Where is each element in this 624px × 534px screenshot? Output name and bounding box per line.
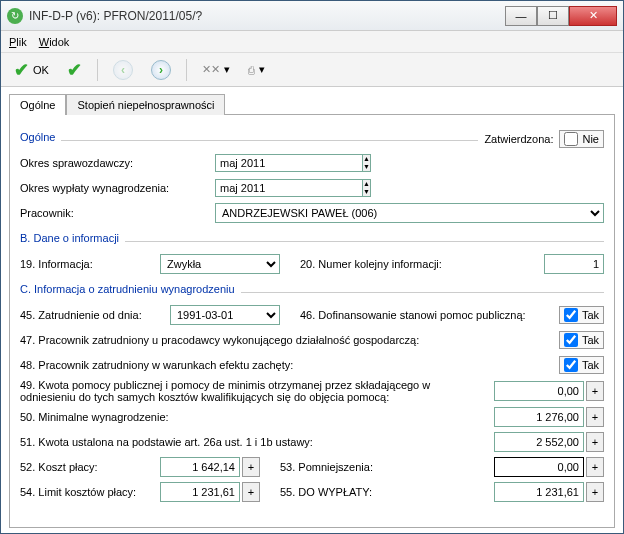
f54-input[interactable] <box>160 482 240 502</box>
printer-icon: ⎙ <box>248 64 255 76</box>
tab-disability[interactable]: Stopień niepełnosprawności <box>66 94 225 115</box>
f46-box: Tak <box>559 306 604 324</box>
f48-box: Tak <box>559 356 604 374</box>
f20-input[interactable] <box>544 254 604 274</box>
close-button[interactable]: ✕ <box>569 6 617 26</box>
f53-input[interactable] <box>494 457 584 477</box>
app-icon: ↻ <box>7 8 23 24</box>
f55-input[interactable] <box>494 482 584 502</box>
pay-period-spinner[interactable]: ▲▼ <box>215 179 335 197</box>
employee-label: Pracownik: <box>20 207 215 219</box>
f51-input[interactable] <box>494 432 584 452</box>
tab-strip: Ogólne Stopień niepełnosprawności <box>9 93 615 114</box>
approved-box: Nie <box>559 130 604 148</box>
f19-label: 19. Informacja: <box>20 258 160 270</box>
titlebar: ↻ INF-D-P (v6): PFRON/2011/05/? — ☐ ✕ <box>1 1 623 31</box>
app-window: ↻ INF-D-P (v6): PFRON/2011/05/? — ☐ ✕ Pl… <box>0 0 624 534</box>
spin-up[interactable]: ▲ <box>363 180 370 188</box>
f51-plus[interactable]: + <box>586 432 604 452</box>
pay-period-label: Okres wypłaty wynagrodzenia: <box>20 182 215 194</box>
arrow-left-icon: ‹ <box>113 60 133 80</box>
f20-label: 20. Numer kolejny informacji: <box>300 258 480 270</box>
f52-label: 52. Koszt płacy: <box>20 461 160 473</box>
spin-down[interactable]: ▼ <box>363 188 370 196</box>
f46-checkbox[interactable] <box>564 308 578 322</box>
menu-file[interactable]: Plik <box>9 36 27 48</box>
forward-button[interactable]: › <box>144 57 178 83</box>
approved-value: Nie <box>582 133 599 145</box>
f49-plus[interactable]: + <box>586 381 604 401</box>
f47-box: Tak <box>559 331 604 349</box>
f48-checkbox[interactable] <box>564 358 578 372</box>
approved-label: Zatwierdzona: <box>484 133 553 145</box>
f45-date[interactable]: 1991-03-01 <box>170 305 280 325</box>
f55-plus[interactable]: + <box>586 482 604 502</box>
minimize-button[interactable]: — <box>505 6 537 26</box>
f50-plus[interactable]: + <box>586 407 604 427</box>
arrow-right-icon: › <box>151 60 171 80</box>
check-icon: ✔ <box>67 59 82 81</box>
tab-general[interactable]: Ogólne <box>9 94 66 115</box>
f49-label: 49. Kwota pomocy publicznej i pomocy de … <box>20 379 450 403</box>
f54-plus[interactable]: + <box>242 482 260 502</box>
f51-label: 51. Kwota ustalona na podstawie art. 26a… <box>20 436 313 448</box>
f49-input[interactable] <box>494 381 584 401</box>
f53-plus[interactable]: + <box>586 457 604 477</box>
print-button[interactable]: ⎙▾ <box>241 57 272 83</box>
apply-button[interactable]: ✔ <box>60 57 89 83</box>
f54-label: 54. Limit kosztów płacy: <box>20 486 160 498</box>
check-icon: ✔ <box>14 59 29 81</box>
section-b-title: B. Dane o informacji <box>20 232 119 244</box>
f50-label: 50. Minimalne wynagrodzenie: <box>20 411 169 423</box>
f52-plus[interactable]: + <box>242 457 260 477</box>
pay-period-input[interactable] <box>215 179 362 197</box>
period-input[interactable] <box>215 154 362 172</box>
period-spinner[interactable]: ▲▼ <box>215 154 335 172</box>
f45-label: 45. Zatrudnienie od dnia: <box>20 309 170 321</box>
f19-select[interactable]: Zwykła <box>160 254 280 274</box>
section-a-title: Ogólne <box>20 131 55 143</box>
menu-view[interactable]: Widok <box>39 36 70 48</box>
f48-label: 48. Pracownik zatrudniony w warunkach ef… <box>20 359 293 371</box>
spin-down[interactable]: ▼ <box>363 163 370 171</box>
tab-panel: Ogólne Zatwierdzona: Nie Okres sprawozda… <box>9 114 615 528</box>
window-title: INF-D-P (v6): PFRON/2011/05/? <box>29 9 505 23</box>
approved-checkbox[interactable] <box>564 132 578 146</box>
spin-up[interactable]: ▲ <box>363 155 370 163</box>
maximize-button[interactable]: ☐ <box>537 6 569 26</box>
back-button[interactable]: ‹ <box>106 57 140 83</box>
f47-label: 47. Pracownik zatrudniony u pracodawcy w… <box>20 334 419 346</box>
f50-input[interactable] <box>494 407 584 427</box>
tools-button[interactable]: ✕✕▾ <box>195 57 237 83</box>
f46-label: 46. Dofinansowanie stanowi pomoc publicz… <box>300 309 526 321</box>
tools-icon: ✕✕ <box>202 63 220 76</box>
period-label: Okres sprawozdawczy: <box>20 157 215 169</box>
f55-label: 55. DO WYPŁATY: <box>280 486 410 498</box>
section-c-title: C. Informacja o zatrudnieniu wynagrodzen… <box>20 283 235 295</box>
toolbar: ✔OK ✔ ‹ › ✕✕▾ ⎙▾ <box>1 53 623 87</box>
ok-button[interactable]: ✔OK <box>7 57 56 83</box>
f52-input[interactable] <box>160 457 240 477</box>
f47-checkbox[interactable] <box>564 333 578 347</box>
menubar: Plik Widok <box>1 31 623 53</box>
employee-select[interactable]: ANDRZEJEWSKI PAWEŁ (006) <box>215 203 604 223</box>
f53-label: 53. Pomniejszenia: <box>280 461 410 473</box>
